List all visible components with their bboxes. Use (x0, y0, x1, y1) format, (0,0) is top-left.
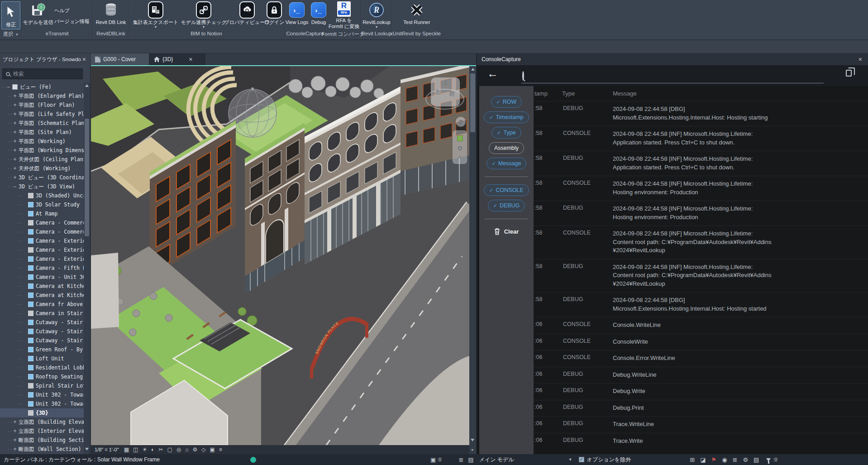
tree-item[interactable]: + 平面図 (Enlarged Plan) (0, 91, 84, 101)
log-row[interactable]: :58 DEBUG 2024-09-08 22:44:58 [INF] Micr… (534, 151, 868, 176)
snaps-icon[interactable]: ≣ (733, 457, 738, 463)
tree-item[interactable]: + 平面図 (Floor Plan) (0, 101, 84, 110)
log-row[interactable]: :58 DEBUG 2024-09-08 22:44:58 [INF] Micr… (534, 259, 868, 292)
displacement-icon[interactable]: ▣ (210, 447, 215, 452)
tree-expander[interactable]: + (13, 120, 17, 126)
filter-pill[interactable]: ✓ Type (491, 127, 521, 139)
tree-item[interactable]: Loft Unit (0, 354, 84, 363)
tree-expander[interactable]: + (13, 129, 17, 135)
viewport-scroll-corner[interactable]: ▸ (469, 445, 476, 454)
rfa-to-formit-button[interactable]: RRFA RFA をFormIt に変換 (328, 1, 360, 29)
view-properties-icon[interactable]: ◇ (201, 447, 205, 452)
test-runner-button[interactable]: Test Runner (402, 1, 432, 29)
tree-item[interactable]: Camera at Kitchen (0, 291, 84, 300)
debug-button[interactable]: ›_ Debug (310, 1, 328, 29)
log-row[interactable]: :58 CONSOLE 2024-09-08 22:44:58 [INF] Mi… (534, 225, 868, 259)
login-button[interactable]: ログイン (264, 1, 284, 29)
tree-expander[interactable]: + (13, 147, 17, 153)
tree-item[interactable]: + 天井伏図 (Ceiling Plan) (0, 155, 84, 164)
worksharing-icon[interactable] (250, 457, 256, 463)
viewport-scrollbar[interactable] (469, 66, 476, 445)
show-crop-icon[interactable]: ▢ (167, 447, 172, 452)
group-label-select[interactable]: 選択▼ (3, 31, 19, 38)
tree-item[interactable]: − ビュー (Fe) (0, 82, 84, 91)
tree-item[interactable]: Camera fr Above (F (0, 300, 84, 309)
tree-expander[interactable]: + (13, 165, 17, 172)
scale-button[interactable]: 1/8" = 1'-0" (95, 447, 119, 452)
log-row[interactable]: :58 DEBUG 2024-09-08 22:44:58 [DBG] Micr… (534, 292, 868, 317)
close-icon[interactable]: × (857, 56, 863, 62)
sun-path-icon[interactable]: ☀ (142, 447, 147, 452)
tree-item[interactable]: Spiral Stair Loft (0, 381, 84, 390)
log-row[interactable]: :06 CONSOLE ConsoleWrite (534, 334, 868, 350)
copy-icon[interactable] (846, 70, 852, 77)
tree-item[interactable]: Camera at Kitchen (0, 282, 84, 291)
close-icon[interactable]: × (187, 56, 194, 62)
tree-item[interactable]: + 立面図 (Interior Elevati (0, 427, 84, 436)
clear-button[interactable]: Clear (479, 228, 534, 235)
view-logs-button[interactable]: ›_ View Logs (285, 1, 309, 29)
chevron-down-icon[interactable]: ▼ (568, 457, 572, 462)
underlay-icon[interactable]: ◪ (700, 457, 706, 463)
log-row[interactable]: :58 DEBUG 2024-09-08 22:44:58 [INF] Micr… (534, 201, 868, 225)
design-options-icon[interactable]: ▤ (468, 457, 473, 463)
tree-expander[interactable]: + (13, 446, 17, 452)
tree-expander[interactable]: + (13, 419, 17, 425)
log-row[interactable]: :06 DEBUG Trace.WriteLine (534, 416, 868, 433)
tree-item[interactable]: Camera - Commercia (0, 227, 84, 236)
tree-expander[interactable]: + (13, 428, 17, 434)
tree-item[interactable]: Cutaway - Stair 1 (0, 318, 84, 327)
help-button[interactable]: ヘルプ (54, 7, 70, 14)
exclude-options-checkbox[interactable]: ✓ (579, 457, 584, 462)
close-icon[interactable]: × (81, 56, 87, 62)
tree-item[interactable]: Cutaway - Stair 3 (0, 336, 84, 345)
pinned-icon[interactable]: ⚑ (711, 457, 717, 463)
viewcube[interactable]: 上 左 前 (431, 77, 460, 106)
back-arrow-icon[interactable]: ← (487, 67, 498, 80)
tree-item[interactable]: Unit 302 - Toward (0, 390, 84, 399)
revit-db-link-button[interactable]: Revit DB Link (94, 1, 128, 29)
tree-item[interactable]: Camera in Stair 3 (0, 309, 84, 318)
property-viewer-button[interactable]: プロパティビューワ (227, 1, 267, 29)
filter-pill[interactable]: ✓ Timestamp (484, 111, 529, 123)
log-row[interactable]: :06 CONSOLE Console.WriteLine (534, 317, 868, 334)
reveal-hidden-icon[interactable]: ⚙ (192, 447, 197, 452)
tree-item[interactable]: Rooftop Seating Lo (0, 372, 84, 381)
schedule-export-button[interactable]: 集計表エクスポート ▼ (132, 1, 179, 29)
tree-item[interactable]: Camera - Exterior (0, 254, 84, 264)
tree-item[interactable]: + 平面図 (Life Safety Pla (0, 110, 84, 119)
tab-g000-cover[interactable]: G000 - Cover (91, 53, 149, 65)
settings-icon[interactable]: ⚙ (743, 457, 748, 463)
search-input[interactable]: 検索 (2, 68, 83, 79)
tree-item[interactable]: Camera - Exterior (0, 236, 84, 245)
main-model-label[interactable]: メイン モデル (479, 456, 514, 464)
tree-expander[interactable]: − (6, 84, 11, 90)
tree-item[interactable]: + 3D ビュー (3D Coordinati (0, 173, 84, 182)
project-browser-header[interactable]: プロジェクト ブラウザ - Snowdon To... × (0, 53, 91, 65)
level-filter-pill[interactable]: ✓ DEBUG (488, 200, 525, 211)
viewport-3d[interactable]: SNOWDON PLACE 上 左 前 ≡ 1/8" = 1'-0" (91, 65, 476, 454)
worksets-icon[interactable]: ≣ (458, 457, 463, 463)
modify-button[interactable]: 修正 (1, 1, 20, 29)
navigation-wheel-icon[interactable] (456, 117, 466, 127)
send-model-button[interactable]: モデルを送信 (24, 1, 52, 29)
tree-item[interactable]: − 3D ビュー (3D View) (0, 182, 84, 191)
tree-item[interactable]: + 天井伏図 (Working) (0, 164, 84, 173)
detail-level-icon[interactable]: ▦ (124, 447, 129, 452)
tree-expander[interactable]: − (13, 183, 17, 190)
menu-icon[interactable]: ≡ (458, 155, 461, 159)
log-row[interactable]: :58 DEBUG 2024-09-08 22:44:58 [DBG] Micr… (534, 101, 868, 126)
log-row[interactable]: :58 CONSOLE 2024-09-08 22:44:58 [INF] Mi… (534, 126, 868, 151)
revitlookup-button[interactable]: R RevitLookup ▼ (362, 1, 391, 29)
tree-expander[interactable]: + (13, 93, 17, 99)
log-row[interactable]: :06 DEBUG Debug.Print (534, 400, 868, 417)
full-navigation-cube-icon[interactable] (457, 135, 463, 141)
tree-item[interactable]: + 断面図 (Wall Section) (0, 445, 84, 454)
visual-style-icon[interactable]: ◫ (133, 447, 138, 452)
zoom-icon[interactable] (458, 146, 462, 150)
tree-item[interactable]: Green Roof - By St (0, 345, 84, 354)
tree-item[interactable]: + 平面図 (Schematic Plan) (0, 119, 84, 128)
tree-expander[interactable]: + (13, 156, 17, 163)
tree-item[interactable]: + 断面図 (Building Section (0, 436, 84, 445)
select-link-icon[interactable]: ⊞ (690, 457, 695, 463)
